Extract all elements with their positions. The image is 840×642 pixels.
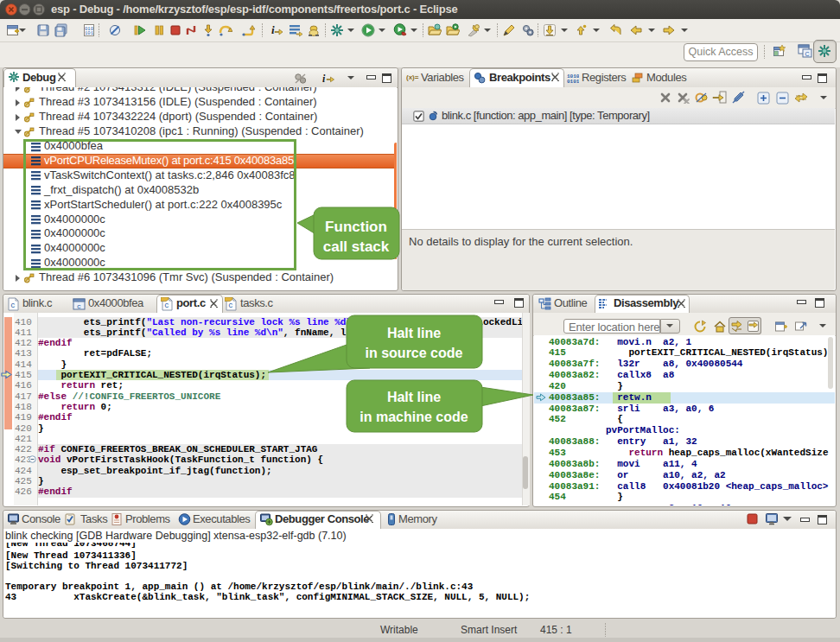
svg-text:(x)=: (x)= bbox=[406, 73, 419, 81]
svg-text:C: C bbox=[805, 51, 809, 57]
svg-text:i: i bbox=[271, 23, 275, 36]
svg-text:c: c bbox=[164, 302, 169, 310]
svg-text:in machine code: in machine code bbox=[360, 410, 468, 424]
svg-text:c: c bbox=[10, 302, 15, 310]
svg-text:i: i bbox=[322, 73, 326, 85]
svg-text:101: 101 bbox=[85, 30, 94, 36]
svg-text:c: c bbox=[77, 302, 81, 310]
svg-text:in source code: in source code bbox=[366, 346, 463, 360]
svg-text:0101: 0101 bbox=[567, 79, 579, 84]
svg-text:Halt line: Halt line bbox=[387, 326, 441, 340]
svg-text:call stack: call stack bbox=[323, 238, 390, 255]
svg-text:Function: Function bbox=[325, 219, 387, 235]
svg-text:c: c bbox=[228, 302, 232, 310]
svg-text:Halt line: Halt line bbox=[387, 390, 441, 404]
